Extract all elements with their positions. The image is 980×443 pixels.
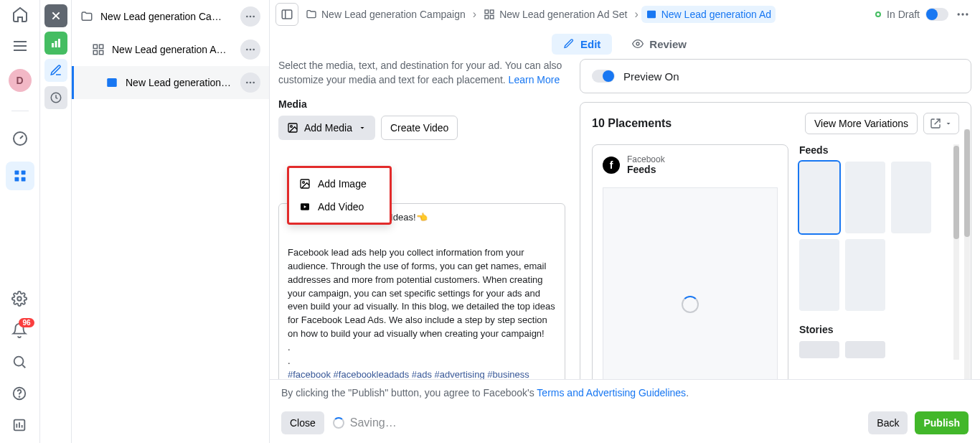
feeds-section-label: Feeds xyxy=(799,144,951,156)
svg-rect-27 xyxy=(100,45,103,48)
learn-more-link[interactable]: Learn More xyxy=(509,74,560,85)
preview-subtitle: Feeds xyxy=(627,164,665,175)
svg-rect-7 xyxy=(21,177,25,182)
more-options-button[interactable] xyxy=(951,3,974,26)
tree-label: New Lead generation Ca… xyxy=(100,11,233,22)
breadcrumb-ad[interactable]: New Lead generation Ad xyxy=(641,6,776,23)
svg-point-25 xyxy=(253,16,255,18)
svg-rect-19 xyxy=(52,43,54,47)
tab-label: Review xyxy=(649,38,687,50)
preview-toggle-card: Preview On xyxy=(580,59,971,93)
terms-text: By clicking the "Publish" button, you ag… xyxy=(270,380,980,406)
svg-rect-29 xyxy=(100,51,103,55)
placement-thumb[interactable] xyxy=(845,239,885,311)
svg-rect-41 xyxy=(485,15,489,19)
more-icon[interactable] xyxy=(240,6,260,27)
svg-point-47 xyxy=(636,42,639,45)
svg-point-34 xyxy=(246,82,248,84)
svg-rect-5 xyxy=(21,171,25,175)
help-icon[interactable] xyxy=(11,386,29,403)
add-image-option[interactable]: Add Image xyxy=(289,172,390,195)
svg-rect-42 xyxy=(490,15,494,19)
button-label: Create Video xyxy=(390,122,448,134)
home-icon[interactable] xyxy=(11,6,29,23)
publish-button[interactable]: Publish xyxy=(915,411,969,434)
account-avatar[interactable]: D xyxy=(9,69,32,92)
preview-inner-scrollbar[interactable] xyxy=(953,144,959,360)
svg-rect-39 xyxy=(485,10,489,14)
global-nav-rail: D 96 xyxy=(0,0,40,443)
notifications-bell-icon[interactable]: 96 xyxy=(11,322,29,340)
more-icon[interactable] xyxy=(240,73,260,93)
tab-label: Edit xyxy=(580,38,600,50)
footer-bar: By clicking the "Publish" button, you ag… xyxy=(270,379,980,443)
gauge-icon[interactable] xyxy=(11,130,29,147)
add-video-option[interactable]: Add Video xyxy=(289,195,390,218)
search-icon[interactable] xyxy=(11,354,29,371)
svg-rect-26 xyxy=(93,45,97,48)
svg-point-31 xyxy=(250,49,252,51)
main-area: New Lead generation Campaign › New Lead … xyxy=(270,0,980,443)
more-icon[interactable] xyxy=(240,39,260,60)
button-label: Add Media xyxy=(304,122,352,134)
svg-point-36 xyxy=(253,82,255,84)
svg-rect-4 xyxy=(14,171,19,175)
terms-link[interactable]: Terms and Advertising Guidelines xyxy=(537,387,686,398)
preview-on-label: Preview On xyxy=(623,70,679,83)
placement-thumb[interactable] xyxy=(799,239,839,311)
svg-rect-33 xyxy=(107,78,117,87)
preview-share-dropdown[interactable] xyxy=(923,113,959,134)
preview-on-toggle[interactable] xyxy=(592,70,615,83)
placement-thumb[interactable] xyxy=(845,341,885,358)
breadcrumb-label: New Lead generation Campaign xyxy=(321,9,466,20)
campaign-tree: New Lead generation Ca… New Lead generat… xyxy=(72,0,270,443)
tree-row-ad[interactable]: New Lead generation… xyxy=(72,66,269,99)
hamburger-icon[interactable] xyxy=(11,37,29,55)
settings-gear-icon[interactable] xyxy=(11,291,29,308)
tree-row-campaign[interactable]: New Lead generation Ca… xyxy=(72,0,269,33)
breadcrumb-adset[interactable]: New Lead generation Ad Set xyxy=(479,6,631,23)
reports-icon[interactable] xyxy=(11,417,29,434)
close-editor-button[interactable] xyxy=(44,4,67,27)
svg-point-32 xyxy=(253,49,255,51)
svg-point-23 xyxy=(246,16,248,18)
scrollbar-handle[interactable] xyxy=(964,129,970,237)
placement-thumb[interactable] xyxy=(799,341,839,358)
edit-pencil-button[interactable] xyxy=(44,59,67,82)
status-toggle[interactable] xyxy=(925,8,948,21)
placement-thumb[interactable] xyxy=(845,162,885,233)
history-clock-button[interactable] xyxy=(44,86,67,109)
breadcrumb-campaign[interactable]: New Lead generation Campaign xyxy=(301,6,470,23)
ads-manager-icon[interactable] xyxy=(6,162,34,190)
svg-point-35 xyxy=(250,82,252,84)
placement-thumb[interactable] xyxy=(891,162,931,233)
primary-text-dot: . xyxy=(288,355,556,368)
option-label: Add Video xyxy=(318,201,364,213)
tab-review[interactable]: Review xyxy=(621,34,698,55)
placement-thumb[interactable] xyxy=(799,162,839,233)
add-media-button[interactable]: Add Media xyxy=(278,116,375,140)
stories-section-label: Stories xyxy=(799,324,951,335)
facebook-logo-icon: f xyxy=(603,157,620,174)
topbar: New Lead generation Campaign › New Lead … xyxy=(270,0,980,29)
loading-spinner-icon xyxy=(682,296,699,313)
tab-edit[interactable]: Edit xyxy=(552,34,612,55)
performance-button[interactable] xyxy=(44,32,67,55)
svg-line-10 xyxy=(22,365,25,368)
breadcrumb-label: New Lead generation Ad xyxy=(661,9,771,20)
svg-point-8 xyxy=(17,297,22,301)
primary-text-field[interactable]: Top Facebook Lead Ads Ideas!👈Top Faceboo… xyxy=(278,203,565,403)
svg-point-30 xyxy=(246,49,248,51)
svg-point-45 xyxy=(961,13,963,15)
ad-icon xyxy=(105,76,118,89)
option-label: Add Image xyxy=(318,178,367,190)
tree-row-adset[interactable]: New Lead generation A… xyxy=(72,33,269,66)
folder-icon xyxy=(80,10,93,23)
create-video-button[interactable]: Create Video xyxy=(381,116,458,140)
svg-rect-43 xyxy=(647,11,656,19)
close-button[interactable]: Close xyxy=(281,411,324,434)
svg-point-12 xyxy=(19,396,19,397)
view-more-variations-button[interactable]: View More Variations xyxy=(805,113,918,134)
collapse-panel-button[interactable] xyxy=(275,3,298,26)
back-button[interactable]: Back xyxy=(868,411,908,434)
